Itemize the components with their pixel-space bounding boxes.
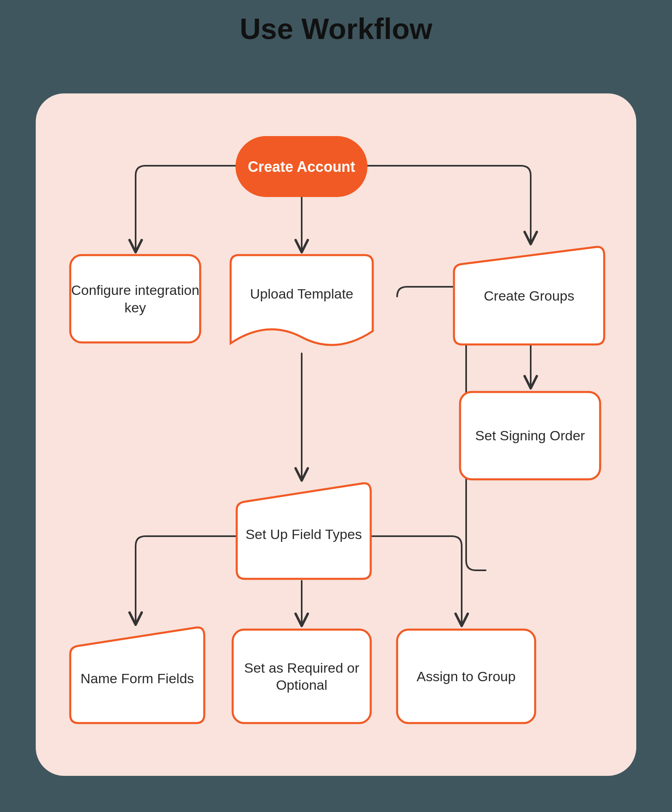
label-set-signing: Set Signing Order	[460, 392, 600, 479]
label-set-field-types: Set Up Field Types	[237, 494, 371, 575]
edge-fieldtypes-to-assign	[369, 536, 462, 625]
label-name-fields: Name Form Fields	[70, 638, 204, 719]
workflow-panel: Create Account Configure integration key…	[36, 93, 636, 776]
label-create-groups: Create Groups	[454, 255, 604, 336]
page-title: Use Workflow	[0, 0, 672, 45]
label-set-required: Set as Required or Optional	[233, 630, 371, 723]
edge-fieldtypes-to-namefields	[136, 536, 237, 624]
label-configure-key: Configure integration key	[70, 255, 200, 342]
edge-create-to-configure	[136, 166, 249, 251]
label-assign-group: Assign to Group	[397, 630, 535, 723]
edge-create-to-groups	[354, 166, 531, 243]
label-create-account: Create Account	[236, 136, 367, 197]
label-upload-template: Upload Template	[231, 255, 373, 332]
